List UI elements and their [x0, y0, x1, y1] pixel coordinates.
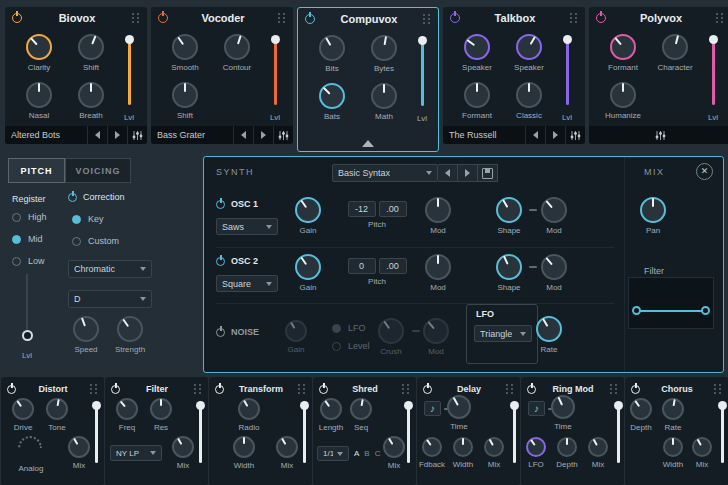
module-mixer-button[interactable]: [273, 126, 293, 144]
noise-mod-source-level[interactable]: Level: [332, 341, 370, 351]
power-icon[interactable]: [12, 13, 22, 23]
analog-mode-selector[interactable]: [18, 436, 42, 448]
width-knob[interactable]: [663, 437, 683, 457]
synth-preset-next-button[interactable]: [458, 164, 478, 182]
filter-low-node[interactable]: [632, 306, 641, 315]
synth-preset-prev-button[interactable]: [438, 164, 458, 182]
radio-icon[interactable]: [72, 237, 81, 246]
strength-knob[interactable]: [117, 316, 143, 342]
preset-name[interactable]: Altered Bots: [5, 130, 87, 140]
bats-knob[interactable]: [319, 83, 345, 109]
filter-high-node[interactable]: [701, 306, 710, 315]
delay-sync-note-icon[interactable]: [424, 401, 441, 416]
radio-icon[interactable]: [332, 324, 341, 333]
depth-knob[interactable]: [630, 398, 652, 420]
power-icon[interactable]: [305, 14, 315, 24]
seq-pattern-b-button[interactable]: B: [364, 449, 369, 458]
formant-knob[interactable]: [464, 82, 490, 108]
osc2-wave-dropdown[interactable]: Square: [216, 275, 278, 292]
tab-voicing[interactable]: VOICING: [65, 158, 131, 183]
correction-power-icon[interactable]: [68, 193, 77, 202]
scale-dropdown[interactable]: Chromatic: [68, 260, 152, 278]
osc2-pitch-semitones-field[interactable]: 0: [348, 258, 376, 274]
module-mixer-button[interactable]: [650, 126, 670, 144]
osc1-shape-mod-knob[interactable]: [541, 197, 567, 223]
level-slider[interactable]: [707, 37, 719, 105]
radio-icon[interactable]: [332, 342, 341, 351]
lfo-knob[interactable]: [526, 437, 546, 457]
radio-icon[interactable]: [12, 235, 21, 244]
width-knob[interactable]: [453, 437, 473, 457]
power-icon[interactable]: [596, 13, 606, 23]
lfo-rate-knob[interactable]: [536, 316, 562, 342]
fx-level-slider[interactable]: [194, 403, 206, 463]
preset-prev-button[interactable]: [525, 126, 545, 144]
radio-icon[interactable]: [12, 213, 21, 222]
speed-knob[interactable]: [73, 316, 99, 342]
width-knob[interactable]: [233, 436, 255, 458]
mix-knob[interactable]: [276, 436, 298, 458]
preset-next-button[interactable]: [107, 126, 127, 144]
osc2-pitch-mod-knob[interactable]: [425, 254, 451, 280]
register-option-low[interactable]: Low: [12, 256, 45, 266]
level-slider[interactable]: [561, 37, 573, 105]
power-icon[interactable]: [423, 385, 432, 394]
clarity-knob[interactable]: [26, 34, 52, 60]
formant-knob[interactable]: [610, 34, 636, 60]
time-knob[interactable]: [551, 395, 575, 419]
speaker-1-knob[interactable]: [464, 34, 490, 60]
noise-gain-knob[interactable]: [285, 320, 307, 342]
drive-knob[interactable]: [12, 398, 34, 420]
fx-level-slider[interactable]: [716, 403, 728, 463]
drag-handle-icon[interactable]: [570, 12, 578, 24]
power-icon[interactable]: [7, 385, 16, 394]
drag-handle-icon[interactable]: [423, 13, 431, 25]
power-icon[interactable]: [215, 385, 224, 394]
time-knob[interactable]: [447, 395, 471, 419]
level-slider[interactable]: [269, 37, 281, 105]
preset-next-button[interactable]: [545, 126, 565, 144]
tab-pitch[interactable]: PITCH: [8, 158, 65, 183]
seq-knob[interactable]: [350, 398, 372, 420]
mix-knob[interactable]: [588, 437, 608, 457]
mix-knob[interactable]: [692, 437, 712, 457]
power-icon[interactable]: [111, 385, 120, 394]
smooth-knob[interactable]: [172, 34, 198, 60]
power-icon[interactable]: [631, 385, 640, 394]
res-knob[interactable]: [150, 398, 172, 420]
register-option-high[interactable]: High: [12, 212, 47, 222]
speaker-2-knob[interactable]: [516, 34, 542, 60]
drag-handle-icon[interactable]: [90, 383, 98, 395]
seq-pattern-a-button[interactable]: A: [354, 449, 359, 458]
depth-knob[interactable]: [557, 437, 577, 457]
drag-handle-icon[interactable]: [194, 383, 202, 395]
drag-handle-icon[interactable]: [132, 12, 140, 24]
correction-option-key[interactable]: Key: [72, 214, 104, 224]
fx-level-slider[interactable]: [90, 403, 102, 463]
power-icon[interactable]: [319, 385, 328, 394]
fx-level-slider[interactable]: [298, 403, 310, 463]
radio-icon[interactable]: [12, 257, 21, 266]
osc1-gain-knob[interactable]: [295, 197, 321, 223]
noise-power-icon[interactable]: [216, 328, 225, 337]
preset-name[interactable]: Bass Grater: [151, 130, 233, 140]
tone-knob[interactable]: [46, 398, 68, 420]
osc2-power-icon[interactable]: [216, 257, 225, 266]
osc1-pitch-cents-field[interactable]: .00: [379, 201, 407, 217]
bytes-knob[interactable]: [371, 35, 397, 61]
fx-level-slider[interactable]: [402, 403, 414, 463]
module-mixer-button[interactable]: [127, 126, 147, 144]
character-knob[interactable]: [662, 34, 688, 60]
osc1-shape-knob[interactable]: [496, 197, 522, 223]
drag-handle-icon[interactable]: [298, 383, 306, 395]
fx-level-slider[interactable]: [612, 403, 624, 463]
feedback-knob[interactable]: [422, 437, 442, 457]
osc2-pitch-cents-field[interactable]: .00: [379, 258, 407, 274]
pitch-level-slider[interactable]: [21, 274, 33, 336]
key-dropdown[interactable]: D: [68, 290, 152, 308]
mix-knob[interactable]: [68, 436, 90, 458]
humanize-knob[interactable]: [610, 82, 636, 108]
noise-mod-knob[interactable]: [423, 318, 449, 344]
shift-knob[interactable]: [78, 34, 104, 60]
synth-preset-save-button[interactable]: [478, 164, 498, 182]
